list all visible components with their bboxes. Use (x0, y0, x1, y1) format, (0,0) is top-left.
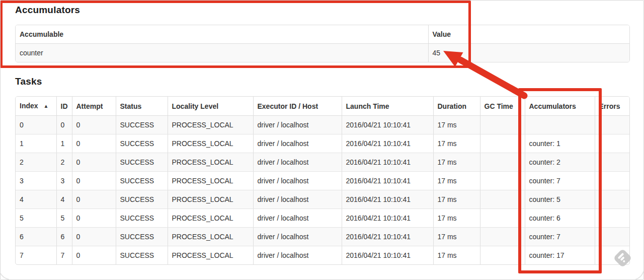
task-cell-accumulators: counter: 2 (525, 153, 595, 172)
task-cell-status: SUCCESS (116, 209, 168, 228)
task-cell-executor-id-host: driver / localhost (253, 209, 342, 228)
task-cell-attempt: 0 (72, 246, 116, 265)
task-cell-id: 3 (56, 172, 72, 190)
task-cell-attempt: 0 (72, 209, 116, 228)
task-cell-locality-level: PROCESS_LOCAL (168, 209, 253, 228)
task-cell-index: 0 (16, 116, 56, 134)
task-cell-duration: 17 ms (433, 246, 480, 265)
task-cell-locality-level: PROCESS_LOCAL (168, 172, 253, 190)
task-row: 770SUCCESSPROCESS_LOCALdriver / localhos… (16, 246, 630, 265)
annotation-arrow-shaft (460, 60, 524, 96)
task-cell-id: 7 (56, 246, 72, 265)
task-cell-executor-id-host: driver / localhost (253, 116, 342, 134)
task-cell-errors (595, 190, 630, 209)
column-header-executor-id-host[interactable]: Executor ID / Host (253, 97, 342, 116)
task-cell-id: 2 (56, 153, 72, 172)
task-cell-locality-level: PROCESS_LOCAL (168, 134, 253, 153)
task-cell-launch-time: 2016/04/21 10:10:41 (342, 209, 433, 228)
accumulators-table: Accumulable Value counter 45 (15, 25, 630, 62)
task-cell-gc-time (480, 246, 525, 265)
task-cell-gc-time (480, 209, 525, 228)
task-cell-index: 2 (16, 153, 56, 172)
column-header-id[interactable]: ID (56, 97, 72, 116)
task-cell-status: SUCCESS (116, 153, 168, 172)
task-cell-locality-level: PROCESS_LOCAL (168, 246, 253, 265)
tasks-table-body: 000SUCCESSPROCESS_LOCALdriver / localhos… (16, 116, 630, 265)
column-header-errors[interactable]: Errors (595, 97, 630, 116)
task-cell-locality-level: PROCESS_LOCAL (168, 190, 253, 209)
task-cell-gc-time (480, 153, 525, 172)
column-header-status[interactable]: Status (116, 97, 168, 116)
task-cell-attempt: 0 (72, 228, 116, 246)
task-cell-errors (595, 228, 630, 246)
accumulators-section-title: Accumulators (15, 4, 80, 16)
task-cell-index: 1 (16, 134, 56, 153)
task-cell-launch-time: 2016/04/21 10:10:41 (342, 228, 433, 246)
task-row: 110SUCCESSPROCESS_LOCALdriver / localhos… (16, 134, 630, 153)
accumulable-value-cell: 45 (428, 44, 630, 62)
task-cell-errors (595, 116, 630, 134)
page-curl-bottom-left (1, 273, 9, 279)
task-cell-executor-id-host: driver / localhost (253, 246, 342, 265)
column-header-locality-level[interactable]: Locality Level (168, 97, 253, 116)
task-cell-errors (595, 209, 630, 228)
task-cell-accumulators (525, 116, 595, 134)
task-cell-attempt: 0 (72, 116, 116, 134)
task-cell-gc-time (480, 228, 525, 246)
task-cell-duration: 17 ms (433, 172, 480, 190)
task-cell-status: SUCCESS (116, 172, 168, 190)
task-cell-accumulators: counter: 1 (525, 134, 595, 153)
column-header-attempt[interactable]: Attempt (72, 97, 116, 116)
task-cell-duration: 17 ms (433, 134, 480, 153)
task-cell-gc-time (480, 134, 525, 153)
accumulators-header-row: Accumulable Value (16, 25, 630, 44)
task-cell-executor-id-host: driver / localhost (253, 172, 342, 190)
task-cell-accumulators: counter: 6 (525, 209, 595, 228)
task-row: 220SUCCESSPROCESS_LOCALdriver / localhos… (16, 153, 630, 172)
tasks-table: Index ▲ ID Attempt Status Locality Level… (15, 96, 630, 265)
task-cell-index: 3 (16, 172, 56, 190)
task-row: 440SUCCESSPROCESS_LOCALdriver / localhos… (16, 190, 630, 209)
task-cell-errors (595, 134, 630, 153)
task-cell-accumulators: counter: 17 (525, 246, 595, 265)
task-cell-id: 6 (56, 228, 72, 246)
task-cell-attempt: 0 (72, 190, 116, 209)
task-cell-status: SUCCESS (116, 228, 168, 246)
task-cell-id: 5 (56, 209, 72, 228)
task-cell-duration: 17 ms (433, 209, 480, 228)
task-cell-gc-time (480, 116, 525, 134)
task-cell-locality-level: PROCESS_LOCAL (168, 116, 253, 134)
column-header-launch-time[interactable]: Launch Time (342, 97, 433, 116)
task-cell-locality-level: PROCESS_LOCAL (168, 153, 253, 172)
task-cell-executor-id-host: driver / localhost (253, 228, 342, 246)
task-row: 550SUCCESSPROCESS_LOCALdriver / localhos… (16, 209, 630, 228)
task-cell-executor-id-host: driver / localhost (253, 153, 342, 172)
task-cell-index: 5 (16, 209, 56, 228)
task-cell-index: 7 (16, 246, 56, 265)
task-cell-attempt: 0 (72, 134, 116, 153)
task-cell-status: SUCCESS (116, 190, 168, 209)
watermark-stripe (622, 260, 625, 263)
page-curl-bottom-right (635, 271, 643, 279)
column-header-gc-time[interactable]: GC Time (480, 97, 525, 116)
task-cell-gc-time (480, 190, 525, 209)
column-header-accumulators[interactable]: Accumulators (525, 97, 595, 116)
task-cell-id: 1 (56, 134, 72, 153)
column-header-value: Value (428, 25, 630, 44)
task-cell-errors (595, 172, 630, 190)
task-cell-id: 4 (56, 190, 72, 209)
sort-ascending-icon: ▲ (43, 103, 48, 109)
task-cell-status: SUCCESS (116, 134, 168, 153)
task-cell-status: SUCCESS (116, 116, 168, 134)
column-header-index[interactable]: Index ▲ (16, 97, 56, 116)
task-cell-launch-time: 2016/04/21 10:10:41 (342, 246, 433, 265)
task-cell-launch-time: 2016/04/21 10:10:41 (342, 134, 433, 153)
task-cell-gc-time (480, 172, 525, 190)
task-cell-errors (595, 153, 630, 172)
column-header-duration[interactable]: Duration (433, 97, 480, 116)
task-cell-duration: 17 ms (433, 153, 480, 172)
task-cell-executor-id-host: driver / localhost (253, 134, 342, 153)
accumulable-row: counter 45 (16, 44, 630, 62)
task-cell-attempt: 0 (72, 153, 116, 172)
task-cell-executor-id-host: driver / localhost (253, 190, 342, 209)
